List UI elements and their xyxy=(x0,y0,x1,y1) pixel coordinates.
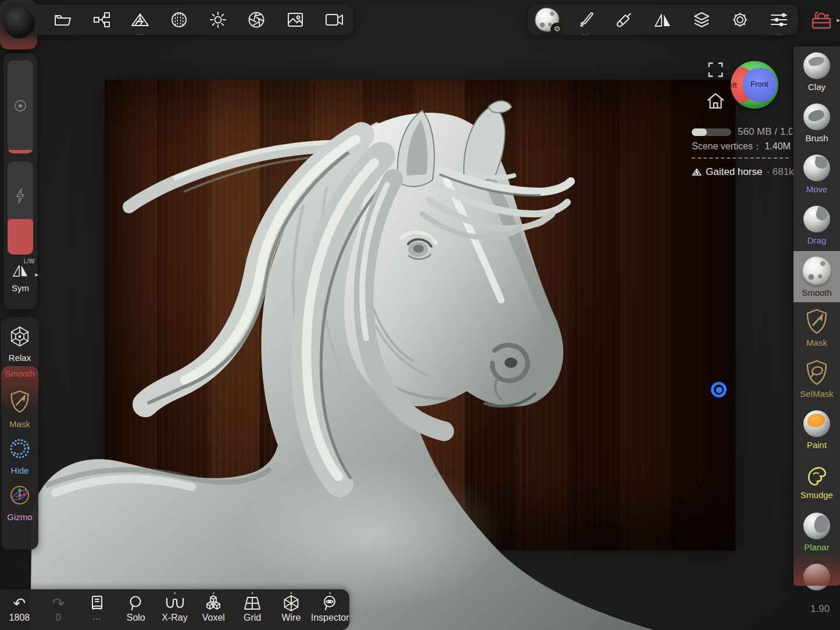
tool-mask[interactable]: Mask xyxy=(793,302,840,353)
nav-front-label: Front xyxy=(750,80,768,88)
xray-button[interactable]: ▴ X-Ray xyxy=(155,589,194,630)
paintbrush-icon[interactable] xyxy=(606,5,643,35)
tool-drag[interactable]: Drag xyxy=(793,200,840,251)
matcap-icon[interactable] xyxy=(160,5,198,35)
tool-label: Paint xyxy=(807,440,827,450)
radius-fill xyxy=(8,150,33,153)
relax-label: Relax xyxy=(1,353,38,363)
toolbox-icon[interactable] xyxy=(809,7,834,33)
pen-more: ... xyxy=(582,30,589,35)
pen-stroke-icon[interactable]: ... xyxy=(567,5,605,35)
settings-gear-icon[interactable] xyxy=(721,5,759,35)
zoom-level-indicator: 1.90 xyxy=(810,603,830,615)
planar-sphere-icon xyxy=(803,513,830,539)
mask-shield-icon xyxy=(805,308,829,335)
wire-label: Wire xyxy=(281,613,301,623)
sym-expand-arrow[interactable]: ▸ xyxy=(35,271,38,278)
undo-icon: ↶ xyxy=(13,596,26,611)
voxel-button[interactable]: ▴ Voxel xyxy=(194,589,233,630)
memory-bar xyxy=(692,128,731,136)
tool-label: Brush xyxy=(805,133,828,143)
glasses-icon xyxy=(166,597,184,610)
drag-sphere-icon xyxy=(803,206,830,232)
tool-smooth[interactable]: Smooth xyxy=(793,251,840,302)
intensity-slider[interactable] xyxy=(8,162,33,255)
smooth-rock-icon xyxy=(803,257,831,285)
tool-move[interactable]: Move xyxy=(793,149,840,200)
notebook-icon xyxy=(91,595,103,611)
tool-planar[interactable]: Planar xyxy=(793,507,840,558)
history-button[interactable]: ... xyxy=(78,589,117,630)
redo-icon: ↷ xyxy=(52,596,65,611)
nav-left-label: Left xyxy=(731,81,737,90)
lighting-icon[interactable] xyxy=(199,5,237,35)
layers-icon[interactable] xyxy=(683,5,720,35)
tool-brush[interactable]: Brush xyxy=(793,98,840,149)
tool-paint[interactable]: Paint xyxy=(793,405,840,456)
tool-sidebar: Clay Brush Move Drag Smooth Mask xyxy=(793,46,840,586)
grid-caret: ▴ xyxy=(251,589,254,595)
tool-smudge[interactable]: Smudge xyxy=(793,456,840,507)
tool-clay[interactable]: Clay xyxy=(793,46,840,98)
materials-icon[interactable]: ... xyxy=(121,5,159,35)
symmetry-icon[interactable] xyxy=(644,5,681,35)
wire-button[interactable]: ▴ Wire xyxy=(271,589,310,630)
active-object-row[interactable]: Gaited horse · 681k xyxy=(692,166,794,178)
move-sphere-icon xyxy=(803,155,830,181)
redo-button[interactable]: ↷ 0 xyxy=(39,589,78,630)
intensity-fill xyxy=(8,219,33,255)
nav-front-face[interactable]: Front xyxy=(743,68,777,102)
object-name: Gaited horse xyxy=(706,166,762,178)
brush-cursor-indicator xyxy=(711,382,727,398)
bottom-toolbar: ↶ 1808 ↷ 0 ... ▴ Solo ▴ xyxy=(0,589,349,630)
sym-label: Sym xyxy=(3,283,37,293)
sliders-icon[interactable]: ... xyxy=(760,5,798,35)
postprocess-icon[interactable] xyxy=(238,5,275,35)
brush-sphere-icon xyxy=(803,103,830,130)
gizmo-button[interactable]: Gizmo xyxy=(1,484,38,522)
fullscreen-button[interactable] xyxy=(707,62,724,80)
solo-button[interactable]: ▴ Solo xyxy=(116,589,155,630)
voxel-caret: ▴ xyxy=(212,589,215,595)
symmetry-toggle[interactable]: L/W ▸ Sym xyxy=(3,263,37,293)
solo-label: Solo xyxy=(127,613,145,623)
mask-shield-icon xyxy=(9,389,31,414)
scene-graph-icon[interactable] xyxy=(83,5,120,35)
folder-icon[interactable] xyxy=(44,5,81,35)
home-view-button[interactable] xyxy=(705,92,726,113)
memory-bar-fill xyxy=(692,128,707,136)
inspector-button[interactable]: ▴ Inspector xyxy=(310,589,349,630)
magnifier-icon xyxy=(128,595,144,611)
hide-dotted-icon xyxy=(8,437,31,460)
gear-badge-icon: ⚙ xyxy=(551,23,563,35)
hidden-smooth-label: Smooth xyxy=(5,368,35,378)
background-image-icon[interactable] xyxy=(277,5,314,35)
grid-button[interactable]: ▴ Grid xyxy=(233,589,272,630)
top-right-toolbar: ⚙ ... xyxy=(528,5,798,35)
memory-text: 560 MB / 1.09 G xyxy=(738,126,792,138)
tool-label: SelMask xyxy=(800,389,834,399)
tool-label: Smudge xyxy=(800,490,833,500)
undo-button[interactable]: ↶ 1808 xyxy=(0,589,39,630)
radius-slider[interactable] xyxy=(8,60,33,153)
tool-label: Drag xyxy=(807,235,827,245)
active-tool-preview[interactable]: ⚙ xyxy=(528,5,566,35)
mask-button[interactable]: Mask xyxy=(1,389,38,429)
sym-corner-label: L/W xyxy=(24,258,35,264)
sculpt-app: ... xyxy=(0,0,840,630)
gizmo-label: Gizmo xyxy=(1,512,38,522)
mesh-icon xyxy=(692,168,702,176)
tool-selmask[interactable]: SelMask xyxy=(793,353,840,405)
smudge-finger-icon xyxy=(805,461,829,487)
redo-count: 0 xyxy=(56,613,61,623)
tool-next-partial[interactable] xyxy=(793,558,840,609)
wire-caret: ▴ xyxy=(290,589,293,595)
scene-vertices-label: Scene vertices： xyxy=(692,141,762,151)
hide-button[interactable]: Hide xyxy=(1,437,38,475)
voxel-cubes-icon xyxy=(205,595,222,612)
sym-mirror-icon xyxy=(12,263,29,278)
orientation-nav-ball[interactable]: Left Front xyxy=(731,61,778,109)
material-sphere[interactable] xyxy=(3,7,35,38)
material-expand-arrow[interactable]: ▸ xyxy=(837,16,840,24)
camera-icon[interactable] xyxy=(316,5,353,35)
